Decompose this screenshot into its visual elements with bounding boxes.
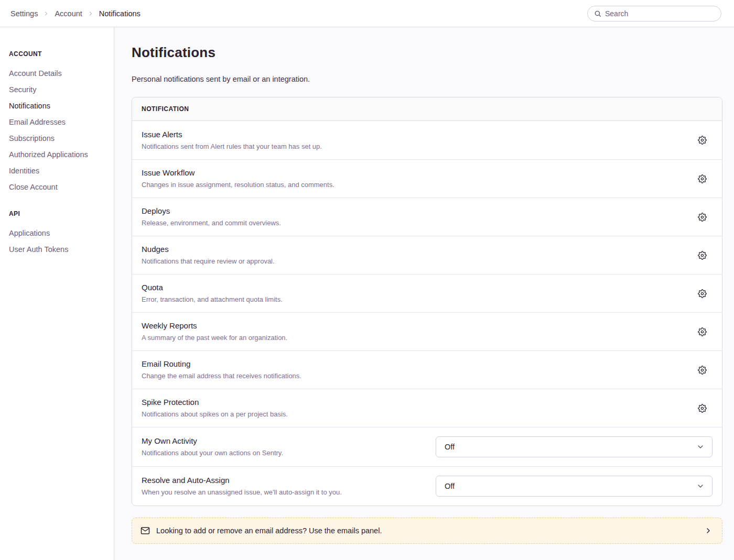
notification-row-nudges: Nudges Notifications that require review… xyxy=(132,236,722,274)
gear-icon xyxy=(698,251,707,260)
sidebar-item-subscriptions[interactable]: Subscriptions xyxy=(9,130,107,146)
gear-icon xyxy=(698,404,707,413)
notification-row-spike-protection: Spike Protection Notifications about spi… xyxy=(132,389,722,427)
select-value: Off xyxy=(445,482,455,490)
search-input[interactable] xyxy=(605,9,715,18)
row-title: Issue Workflow xyxy=(142,167,684,179)
gear-icon xyxy=(698,174,707,183)
top-bar: Settings Account Notifications xyxy=(0,0,734,27)
spike-protection-settings-button[interactable] xyxy=(695,401,709,415)
chevron-right-icon xyxy=(704,526,713,535)
row-description: Notifications about your own actions on … xyxy=(142,448,425,458)
gear-icon xyxy=(698,289,707,298)
row-title: Spike Protection xyxy=(142,397,684,408)
sidebar-item-email-addresses[interactable]: Email Addresses xyxy=(9,114,107,130)
email-routing-settings-button[interactable] xyxy=(695,363,709,377)
notifications-panel: NOTIFICATION Issue Alerts Notifications … xyxy=(132,97,722,506)
breadcrumb-account[interactable]: Account xyxy=(55,9,82,18)
breadcrumb-notifications: Notifications xyxy=(99,9,141,18)
row-title: Issue Alerts xyxy=(142,129,684,140)
select-value: Off xyxy=(445,443,455,451)
chevron-right-icon xyxy=(88,10,94,17)
panel-header: NOTIFICATION xyxy=(132,97,722,121)
sidebar-item-close-account[interactable]: Close Account xyxy=(9,179,107,195)
row-title: Quota xyxy=(142,282,684,293)
sidebar-heading-account: ACCOUNT xyxy=(9,50,107,58)
row-title: Weekly Reports xyxy=(142,320,684,332)
my-own-activity-select[interactable]: Off xyxy=(436,436,713,457)
gear-icon xyxy=(698,366,707,375)
row-title: Nudges xyxy=(142,244,684,255)
nudges-settings-button[interactable] xyxy=(695,248,709,262)
notification-row-issue-workflow: Issue Workflow Changes in issue assignme… xyxy=(132,159,722,197)
breadcrumb: Settings Account Notifications xyxy=(10,9,141,18)
row-title: Resolve and Auto-Assign xyxy=(142,475,425,486)
mail-icon xyxy=(141,526,150,535)
deploys-settings-button[interactable] xyxy=(695,210,709,224)
notification-row-issue-alerts: Issue Alerts Notifications sent from Ale… xyxy=(132,121,722,159)
gear-icon xyxy=(698,136,707,145)
emails-panel-banner[interactable]: Looking to add or remove an email addres… xyxy=(132,518,722,544)
row-description: Release, environment, and commit overvie… xyxy=(142,218,684,228)
notification-row-resolve-auto-assign: Resolve and Auto-Assign When you resolve… xyxy=(132,466,722,506)
row-description: Changes in issue assignment, resolution … xyxy=(142,180,684,190)
page-title: Notifications xyxy=(132,45,722,61)
quota-settings-button[interactable] xyxy=(695,286,709,301)
notification-row-my-own-activity: My Own Activity Notifications about your… xyxy=(132,427,722,466)
sidebar-item-user-auth-tokens[interactable]: User Auth Tokens xyxy=(9,241,107,257)
resolve-auto-assign-select[interactable]: Off xyxy=(436,476,713,497)
sidebar-item-identities[interactable]: Identities xyxy=(9,162,107,179)
gear-icon xyxy=(698,327,707,336)
sidebar-item-security[interactable]: Security xyxy=(9,81,107,97)
page-subtitle: Personal notifications sent by email or … xyxy=(132,75,722,83)
notification-row-weekly-reports: Weekly Reports A summary of the past wee… xyxy=(132,312,722,350)
row-description: Notifications sent from Alert rules that… xyxy=(142,141,684,152)
chevron-down-icon xyxy=(696,482,705,490)
weekly-reports-settings-button[interactable] xyxy=(695,324,709,339)
sidebar-item-applications[interactable]: Applications xyxy=(9,225,107,241)
row-description: Change the email address that receives n… xyxy=(142,371,684,381)
gear-icon xyxy=(698,213,707,222)
chevron-down-icon xyxy=(696,443,705,451)
search-box[interactable] xyxy=(587,6,721,21)
banner-text: Looking to add or remove an email addres… xyxy=(156,526,382,535)
sidebar-item-authorized-applications[interactable]: Authorized Applications xyxy=(9,146,107,162)
row-description: When you resolve an unassigned issue, we… xyxy=(142,487,425,498)
settings-sidebar: ACCOUNT Account Details Security Notific… xyxy=(0,27,114,560)
issue-alerts-settings-button[interactable] xyxy=(695,133,709,148)
row-description: A summary of the past week for an organi… xyxy=(142,333,684,343)
notification-row-quota: Quota Error, transaction, and attachment… xyxy=(132,274,722,312)
row-description: Notifications about spikes on a per proj… xyxy=(142,409,684,420)
issue-workflow-settings-button[interactable] xyxy=(695,171,709,186)
search-icon xyxy=(594,10,601,17)
sidebar-heading-api: API xyxy=(9,210,107,217)
chevron-right-icon xyxy=(43,10,49,17)
breadcrumb-settings[interactable]: Settings xyxy=(10,9,38,18)
main-content: Notifications Personal notifications sen… xyxy=(114,27,734,560)
row-title: Email Routing xyxy=(142,358,684,370)
notification-row-email-routing: Email Routing Change the email address t… xyxy=(132,350,722,389)
sidebar-item-notifications[interactable]: Notifications xyxy=(9,97,107,114)
notification-row-deploys: Deploys Release, environment, and commit… xyxy=(132,197,722,236)
sidebar-item-account-details[interactable]: Account Details xyxy=(9,65,107,81)
sidebar-section-account: ACCOUNT Account Details Security Notific… xyxy=(9,50,107,195)
row-title: My Own Activity xyxy=(142,435,425,447)
sidebar-section-api: API Applications User Auth Tokens xyxy=(9,210,107,257)
row-description: Error, transaction, and attachment quota… xyxy=(142,294,684,305)
row-description: Notifications that require review or app… xyxy=(142,256,684,267)
row-title: Deploys xyxy=(142,205,684,217)
